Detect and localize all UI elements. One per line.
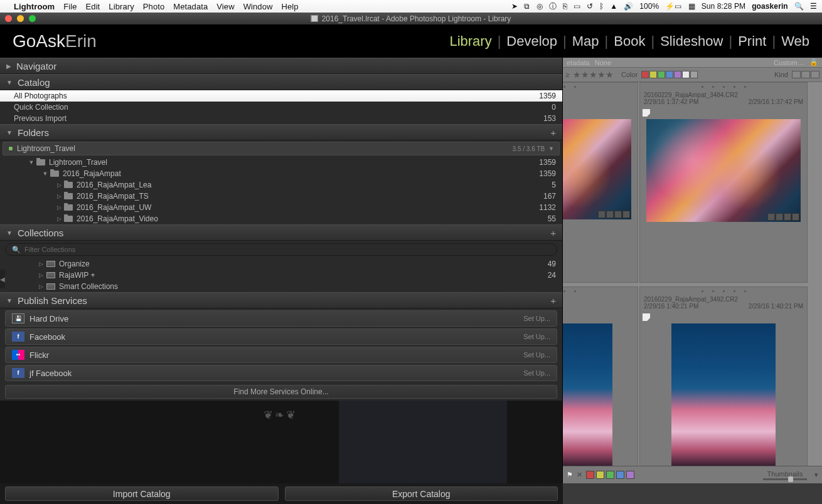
module-library[interactable]: Library <box>449 33 491 50</box>
minimize-button[interactable] <box>17 15 24 22</box>
menu-edit[interactable]: Edit <box>86 2 100 11</box>
publish-service-row[interactable]: ••FlickrSet Up... <box>5 347 557 363</box>
rating-ge[interactable]: ≥ <box>565 71 569 78</box>
grid-cell[interactable]: CR2 2/29/16 1:40:10 PM <box>563 286 638 466</box>
export-catalog-button[interactable]: Export Catalog <box>285 486 558 501</box>
panel-folders[interactable]: ▼Folders+ <box>0 124 562 140</box>
script-icon[interactable]: ➤ <box>511 2 518 11</box>
import-catalog-button[interactable]: Import Catalog <box>5 486 279 501</box>
setup-button[interactable]: Set Up... <box>523 369 550 377</box>
thumbnail-size-slider[interactable] <box>763 478 807 480</box>
disclosure-icon[interactable]: ▷ <box>56 182 62 188</box>
disclosure-icon[interactable]: ▷ <box>56 216 62 222</box>
collection-row[interactable]: ▷Smart Collections <box>0 281 562 292</box>
publish-service-row[interactable]: fjf FacebookSet Up... <box>5 365 557 381</box>
folder-row[interactable]: ▷2016_RajaAmpat_TS167 <box>0 191 562 202</box>
clock[interactable]: Sun 8:28 PM <box>702 2 745 11</box>
thumbnail-image[interactable] <box>671 323 776 466</box>
menu-window[interactable]: Window <box>243 2 273 11</box>
battery-icon[interactable]: ⚡▭ <box>665 2 681 11</box>
spotlight-icon[interactable]: 🔍 <box>794 2 804 11</box>
module-slideshow[interactable]: Slideshow <box>660 33 723 50</box>
setup-button[interactable]: Set Up... <box>523 333 550 340</box>
menu-file[interactable]: File <box>63 2 77 11</box>
identity-plate[interactable]: GoAskErin <box>13 31 97 51</box>
folder-row[interactable]: ▷2016_RajaAmpat_UW1132 <box>0 202 562 213</box>
color-swatch[interactable] <box>682 71 690 78</box>
thumbnail-image[interactable] <box>563 119 631 219</box>
module-book[interactable]: Book <box>614 33 645 50</box>
color-label-button[interactable] <box>616 471 624 479</box>
color-label-button[interactable] <box>606 471 614 479</box>
panel-navigator[interactable]: ▶Navigator <box>0 58 562 74</box>
info-icon[interactable]: ⓘ <box>549 1 557 12</box>
catalog-all-photos[interactable]: All Photographs1359 <box>0 90 562 102</box>
module-web[interactable]: Web <box>781 33 809 50</box>
volume-icon[interactable]: 🔊 <box>624 2 633 11</box>
menu-help[interactable]: Help <box>281 2 298 11</box>
publish-service-row[interactable]: fFacebookSet Up... <box>5 328 557 345</box>
grid-cell[interactable]: 20160229_RajaAmpat_3492.CR2 2/29/16 1:40… <box>639 286 808 466</box>
color-swatch[interactable] <box>674 71 681 78</box>
color-swatch[interactable] <box>666 71 673 78</box>
timemachine-icon[interactable]: ↺ <box>587 2 593 11</box>
filmstrip[interactable]: ❦❧❦ <box>0 401 562 483</box>
chevron-down-icon[interactable]: ▾ <box>814 471 818 479</box>
volume-row[interactable]: Lightroom_Travel 3.5 / 3.6 TB ▼ <box>3 142 560 155</box>
rating-stars[interactable]: ★★★★★ <box>573 70 614 80</box>
color-label-button[interactable] <box>586 471 594 479</box>
thumbnail-image[interactable] <box>563 323 612 466</box>
publish-service-row[interactable]: 💾Hard DriveSet Up... <box>5 310 557 327</box>
setup-button[interactable]: Set Up... <box>523 351 550 359</box>
disclosure-icon[interactable]: ▷ <box>38 283 44 290</box>
cc-icon[interactable]: ◎ <box>536 2 543 11</box>
add-collection-icon[interactable]: + <box>550 228 556 238</box>
zoom-button[interactable] <box>29 15 36 22</box>
wifi-icon[interactable]: ▲ <box>610 2 617 11</box>
disclosure-icon[interactable]: ▷ <box>38 261 44 267</box>
flag-reject-icon[interactable]: ✕ <box>577 471 582 479</box>
menu-view[interactable]: View <box>216 2 234 11</box>
notifications-icon[interactable]: ☰ <box>810 2 817 11</box>
folder-row[interactable]: ▼2016_RajaAmpat1359 <box>0 168 562 179</box>
color-swatch[interactable] <box>641 71 649 78</box>
disclosure-icon[interactable]: ▷ <box>56 193 62 199</box>
menu-metadata[interactable]: Metadata <box>173 2 208 11</box>
folder-row[interactable]: ▷2016_RajaAmpat_Video55 <box>0 213 562 224</box>
filter-preset[interactable]: Custom… <box>774 59 804 66</box>
color-swatch[interactable] <box>658 71 665 78</box>
grid-cell[interactable]: 20160229_RajaAmpat_3484.CR2 2/29/16 1:37… <box>639 82 808 283</box>
thumbnail-image[interactable] <box>646 119 801 222</box>
clip-icon[interactable]: ⎘ <box>563 2 567 11</box>
display-icon[interactable]: ▭ <box>574 2 580 11</box>
panel-collections[interactable]: ▼Collections+ <box>0 224 562 241</box>
add-publish-icon[interactable]: + <box>550 295 556 306</box>
catalog-previous-import[interactable]: Previous Import153 <box>0 113 562 124</box>
close-button[interactable] <box>5 15 12 22</box>
color-label-button[interactable] <box>596 471 604 479</box>
disclosure-icon[interactable]: ▼ <box>42 171 48 177</box>
disclosure-icon[interactable]: ▷ <box>38 272 44 278</box>
find-more-services[interactable]: Find More Services Online... <box>5 385 557 399</box>
collection-row[interactable]: ▷Organize49 <box>0 258 562 270</box>
user[interactable]: goaskerin <box>752 2 788 11</box>
disclosure-icon[interactable]: ▷ <box>56 204 62 211</box>
menu-app[interactable]: Lightroom <box>14 2 55 11</box>
flag-white-icon[interactable]: ⚑ <box>567 471 573 479</box>
folder-row[interactable]: ▷2016_RajaAmpat_Lea5 <box>0 179 562 191</box>
flag-icon[interactable] <box>643 109 650 117</box>
bluetooth-icon[interactable]: ᛒ <box>599 2 604 11</box>
color-label-button[interactable] <box>626 471 634 479</box>
panel-publish[interactable]: ▼Publish Services+ <box>0 292 562 308</box>
dropbox-icon[interactable]: ⧉ <box>524 2 530 11</box>
module-print[interactable]: Print <box>738 33 766 50</box>
collection-row[interactable]: ▷RajaWIP +24 <box>0 270 562 281</box>
volume-menu-icon[interactable]: ▼ <box>548 145 554 152</box>
color-swatch[interactable] <box>690 71 698 78</box>
menu-photo[interactable]: Photo <box>143 2 164 11</box>
flag-icon[interactable] <box>643 313 650 321</box>
filter-metadata[interactable]: etadata <box>567 59 590 66</box>
panel-collapse-handle[interactable]: ◀ <box>0 270 5 288</box>
inputsource-icon[interactable]: ▦ <box>688 2 695 11</box>
grid-view[interactable]: CR2 2/29/16 1:37:09 PM 20160229_RajaAmpa… <box>563 82 822 466</box>
